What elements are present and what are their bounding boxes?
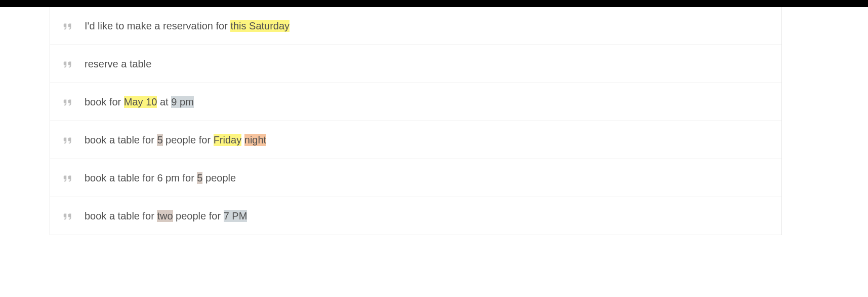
phrase-segment: book a table for: [85, 210, 157, 222]
quote-icon: [62, 96, 73, 107]
phrase-segment: book a table for 6 pm for: [85, 172, 197, 184]
entity-highlight: 5: [197, 172, 202, 184]
phrase-segment: book a table for: [85, 134, 157, 146]
quote-icon: [62, 20, 73, 31]
entity-highlight: two: [157, 210, 173, 222]
phrase-segment: book for: [85, 96, 124, 108]
entity-highlight: night: [244, 134, 266, 146]
phrase-segment: people for: [163, 134, 214, 146]
phrase-segment: people: [202, 172, 236, 184]
training-phrase-row[interactable]: reserve a table: [50, 45, 781, 83]
entity-highlight: 9 pm: [171, 96, 193, 108]
entity-highlight: Friday: [214, 134, 242, 146]
phrase-segment: [241, 134, 244, 146]
quote-icon: [62, 134, 73, 145]
training-phrase-list: I'd like to make a reservation for this …: [50, 7, 782, 235]
quote-icon: [62, 210, 73, 221]
quote-icon: [62, 58, 73, 69]
quote-icon: [62, 172, 73, 183]
training-phrase-text[interactable]: reserve a table: [85, 57, 151, 70]
phrase-segment: people for: [173, 210, 224, 222]
phrase-segment: I'd like to make a reservation for: [85, 20, 230, 32]
training-phrase-text[interactable]: book a table for two people for 7 PM: [85, 209, 247, 222]
entity-highlight: this Saturday: [230, 20, 290, 32]
training-phrase-row[interactable]: book a table for 5 people for Friday nig…: [50, 121, 781, 159]
phrase-segment: at: [157, 96, 171, 108]
entity-highlight: 5: [157, 134, 162, 146]
training-phrase-row[interactable]: book a table for 6 pm for 5 people: [50, 159, 781, 197]
window-top-border: [0, 0, 868, 7]
training-phrase-row[interactable]: book a table for two people for 7 PM: [50, 197, 781, 235]
training-phrase-text[interactable]: book a table for 6 pm for 5 people: [85, 171, 236, 184]
training-phrase-row[interactable]: I'd like to make a reservation for this …: [50, 7, 781, 45]
entity-highlight: 7 PM: [224, 210, 247, 222]
training-phrase-row[interactable]: book for May 10 at 9 pm: [50, 83, 781, 121]
training-phrase-text[interactable]: I'd like to make a reservation for this …: [85, 19, 290, 32]
training-phrase-text[interactable]: book for May 10 at 9 pm: [85, 95, 194, 108]
phrase-segment: reserve a table: [85, 58, 151, 70]
entity-highlight: May 10: [124, 96, 157, 108]
training-phrase-text[interactable]: book a table for 5 people for Friday nig…: [85, 133, 266, 146]
